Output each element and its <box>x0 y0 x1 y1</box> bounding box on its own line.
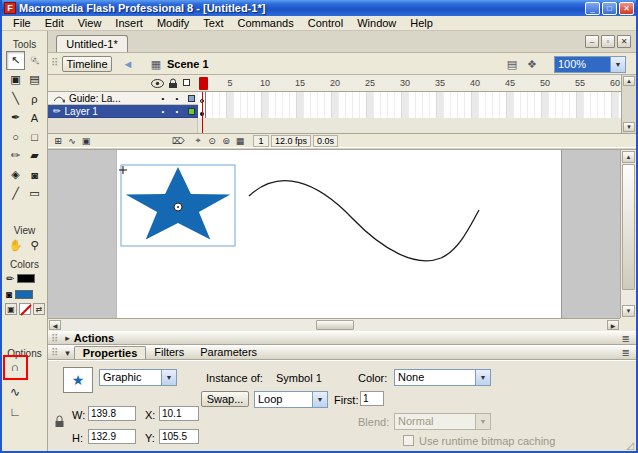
zoom-value[interactable]: 100% <box>555 57 610 72</box>
close-button[interactable]: ✕ <box>619 2 634 15</box>
tab-properties[interactable]: Properties <box>74 346 146 359</box>
selection-tool-icon[interactable]: ↖ <box>6 51 25 70</box>
title-bar[interactable]: F Macromedia Flash Professional 8 - [Unt… <box>2 0 636 16</box>
outline-mode-icon[interactable] <box>183 79 190 86</box>
actions-gripper[interactable]: ⠿ <box>51 333 57 344</box>
layer-outline-color[interactable] <box>188 95 195 102</box>
fill-color-swatch[interactable] <box>15 290 33 299</box>
layer-name[interactable]: Guide: La... <box>69 93 156 104</box>
properties-panel-header[interactable]: ⠿ ▾ Properties Filters Parameters ≣ <box>48 345 636 360</box>
straighten-option-icon[interactable]: ∟ <box>6 403 24 421</box>
first-frame-input[interactable] <box>360 391 384 406</box>
vertical-scroll-thumb[interactable] <box>622 164 635 290</box>
timeline-scrollbar[interactable]: ▲ ▼ <box>621 75 636 133</box>
stage-vertical-scrollbar[interactable]: ▲ ▼ <box>620 150 636 318</box>
menu-file[interactable]: File <box>6 16 38 30</box>
timeline-toggle-button[interactable]: Timeline <box>62 56 112 72</box>
pen-tool-icon[interactable]: ✒ <box>6 108 25 127</box>
show-hide-eye-icon[interactable] <box>151 79 164 88</box>
swap-colors-icon[interactable]: ⇄ <box>33 303 45 315</box>
edit-symbol-icon[interactable]: ❖ <box>524 56 540 72</box>
rectangle-tool-icon[interactable]: □ <box>25 127 44 146</box>
center-frame-icon[interactable]: ⌖ <box>191 135 205 147</box>
layer-name[interactable]: Layer 1 <box>65 106 156 117</box>
actions-panel-menu-icon[interactable]: ≣ <box>622 333 630 344</box>
delete-layer-trash-icon[interactable]: ⌦ <box>171 135 185 147</box>
color-effect-dropdown[interactable]: None ▼ <box>394 369 491 386</box>
frame-rate-indicator[interactable]: 12.0 fps <box>271 135 311 147</box>
layer-row-layer1[interactable]: ✏ Layer 1 • • <box>48 105 198 118</box>
scroll-left-icon[interactable]: ◀ <box>49 320 61 330</box>
color-effect-value[interactable]: None <box>395 370 475 385</box>
scroll-up-icon[interactable]: ▲ <box>623 76 635 86</box>
scroll-up-icon[interactable]: ▲ <box>622 151 635 163</box>
menu-text[interactable]: Text <box>196 16 230 30</box>
edit-scene-icon[interactable]: ▤ <box>504 56 520 72</box>
edit-multiple-frames-icon[interactable]: ▦ <box>233 135 247 147</box>
ink-bottle-tool-icon[interactable]: ◈ <box>6 165 25 184</box>
brush-tool-icon[interactable]: ▰ <box>25 146 44 165</box>
frames-grid[interactable] <box>198 92 621 118</box>
no-color-icon[interactable] <box>19 303 31 315</box>
symbol-behavior-dropdown[interactable]: Graphic ▼ <box>99 369 177 386</box>
lock-icon[interactable] <box>168 78 178 89</box>
hand-tool-icon[interactable]: ✋ <box>6 236 25 255</box>
menu-view[interactable]: View <box>71 16 109 30</box>
insert-layer-icon[interactable]: ⊞ <box>51 135 65 147</box>
playhead-marker[interactable] <box>199 77 208 90</box>
behavior-value[interactable]: Graphic <box>100 370 161 385</box>
menu-window[interactable]: Window <box>350 16 403 30</box>
actions-panel-header[interactable]: ⠿ ▸ Actions ≣ <box>48 331 636 345</box>
properties-panel-menu-icon[interactable]: ≣ <box>622 347 630 358</box>
loop-dropdown[interactable]: Loop ▼ <box>254 391 328 408</box>
zoom-tool-icon[interactable]: ⚲ <box>25 236 44 255</box>
behavior-dropdown-arrow-icon[interactable]: ▼ <box>161 370 176 385</box>
timeline-ruler[interactable]: 5 10 15 20 25 30 35 40 45 50 55 60 <box>198 75 621 92</box>
text-tool-icon[interactable]: A <box>25 108 44 127</box>
layer-lock-dot[interactable]: • <box>170 107 184 116</box>
doc-minimize-button[interactable]: ‒ <box>585 35 599 48</box>
minimize-button[interactable]: _ <box>585 2 600 15</box>
loop-value[interactable]: Loop <box>255 392 312 407</box>
menu-control[interactable]: Control <box>301 16 350 30</box>
scroll-down-icon[interactable]: ▼ <box>622 305 635 317</box>
eraser-tool-icon[interactable]: ▭ <box>25 184 44 203</box>
scroll-down-icon[interactable]: ▼ <box>623 122 635 132</box>
height-input[interactable] <box>88 429 136 444</box>
loop-dropdown-arrow-icon[interactable]: ▼ <box>312 392 327 407</box>
menu-modify[interactable]: Modify <box>150 16 196 30</box>
actions-panel-title[interactable]: Actions <box>74 332 114 344</box>
subselection-tool-icon[interactable]: ↖ <box>25 51 44 70</box>
swap-button[interactable]: Swap... <box>201 391 249 407</box>
gradient-transform-tool-icon[interactable]: ▤ <box>25 70 44 89</box>
line-tool-icon[interactable]: ╲ <box>6 89 25 108</box>
properties-collapse-arrow-icon[interactable]: ▾ <box>65 348 70 358</box>
tab-filters[interactable]: Filters <box>146 346 192 359</box>
layer-lock-dot[interactable]: • <box>170 94 184 103</box>
color-dropdown-arrow-icon[interactable]: ▼ <box>475 370 490 385</box>
layer-visibility-dot[interactable]: • <box>156 94 170 103</box>
menu-edit[interactable]: Edit <box>38 16 71 30</box>
back-arrow-icon[interactable]: ◄ <box>120 56 136 72</box>
doc-restore-button[interactable]: ▫ <box>601 35 615 48</box>
stage-horizontal-scrollbar[interactable]: ◀ ▶ <box>48 318 620 331</box>
edit-bar-gripper[interactable]: ⠿ <box>51 57 57 68</box>
menu-help[interactable]: Help <box>403 16 440 30</box>
onion-skin-outlines-icon[interactable]: ⊚ <box>219 135 233 147</box>
smooth-option-icon[interactable]: ∿ <box>6 383 24 401</box>
constrain-lock-icon[interactable] <box>54 413 65 441</box>
transform-origin-cross[interactable] <box>119 166 127 174</box>
menu-insert[interactable]: Insert <box>108 16 150 30</box>
y-input[interactable] <box>159 429 199 444</box>
horizontal-scroll-thumb[interactable] <box>316 320 354 330</box>
menu-commands[interactable]: Commands <box>230 16 300 30</box>
lasso-tool-icon[interactable]: ρ <box>25 89 44 108</box>
stroke-color-swatch[interactable] <box>17 274 35 283</box>
document-tab[interactable]: Untitled-1* <box>56 35 128 52</box>
layer-visibility-dot[interactable]: • <box>156 107 170 116</box>
layer-row-guide[interactable]: Guide: La... • • <box>48 92 198 105</box>
default-colors-icon[interactable]: ▣ <box>5 303 17 315</box>
layer-outline-color[interactable] <box>188 108 195 115</box>
doc-close-button[interactable]: ✕ <box>617 35 631 48</box>
scroll-right-icon[interactable]: ▶ <box>607 320 619 330</box>
